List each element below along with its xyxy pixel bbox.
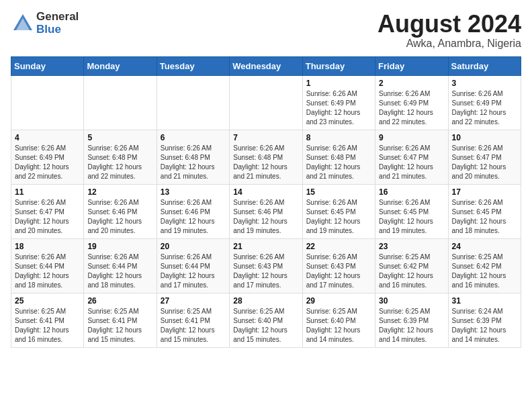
- calendar-title: August 2024: [378, 11, 521, 38]
- day-info: Sunrise: 6:25 AMSunset: 6:41 PMDaylight:…: [15, 307, 80, 345]
- day-number: 15: [306, 187, 371, 197]
- calendar-day-cell: 2Sunrise: 6:26 AMSunset: 6:49 PMDaylight…: [375, 75, 448, 130]
- calendar-day-cell: 6Sunrise: 6:26 AMSunset: 6:48 PMDaylight…: [157, 130, 229, 184]
- calendar-day-cell: 14Sunrise: 6:26 AMSunset: 6:46 PMDayligh…: [230, 184, 302, 238]
- day-info: Sunrise: 6:25 AMSunset: 6:39 PMDaylight:…: [379, 307, 444, 345]
- day-number: 4: [15, 133, 80, 142]
- day-info: Sunrise: 6:26 AMSunset: 6:48 PMDaylight:…: [87, 144, 152, 181]
- calendar-day-cell: 13Sunrise: 6:26 AMSunset: 6:46 PMDayligh…: [157, 184, 229, 238]
- day-info: Sunrise: 6:25 AMSunset: 6:41 PMDaylight:…: [87, 307, 152, 345]
- day-info: Sunrise: 6:26 AMSunset: 6:47 PMDaylight:…: [452, 144, 517, 181]
- day-number: 2: [379, 79, 444, 88]
- day-info: Sunrise: 6:26 AMSunset: 6:44 PMDaylight:…: [161, 253, 226, 290]
- day-number: 31: [452, 296, 517, 306]
- day-number: 25: [15, 296, 80, 306]
- calendar-day-cell: [230, 75, 302, 130]
- calendar-day-header: Wednesday: [230, 56, 302, 75]
- calendar-day-cell: 18Sunrise: 6:26 AMSunset: 6:44 PMDayligh…: [11, 238, 84, 293]
- calendar-day-cell: [157, 75, 229, 130]
- day-info: Sunrise: 6:26 AMSunset: 6:44 PMDaylight:…: [15, 253, 80, 290]
- calendar-day-header: Friday: [375, 56, 448, 75]
- calendar-day-cell: 12Sunrise: 6:26 AMSunset: 6:46 PMDayligh…: [84, 184, 157, 238]
- calendar-day-cell: 8Sunrise: 6:26 AMSunset: 6:48 PMDaylight…: [302, 130, 375, 184]
- day-number: 13: [161, 187, 226, 197]
- day-info: Sunrise: 6:25 AMSunset: 6:41 PMDaylight:…: [161, 307, 226, 345]
- day-number: 30: [379, 296, 444, 306]
- day-info: Sunrise: 6:26 AMSunset: 6:45 PMDaylight:…: [306, 198, 371, 236]
- calendar-day-cell: 10Sunrise: 6:26 AMSunset: 6:47 PMDayligh…: [448, 130, 521, 184]
- calendar-week-row: 18Sunrise: 6:26 AMSunset: 6:44 PMDayligh…: [11, 238, 521, 293]
- day-info: Sunrise: 6:25 AMSunset: 6:40 PMDaylight:…: [233, 307, 298, 345]
- day-number: 9: [379, 133, 444, 142]
- day-info: Sunrise: 6:26 AMSunset: 6:46 PMDaylight:…: [161, 198, 226, 236]
- day-info: Sunrise: 6:25 AMSunset: 6:42 PMDaylight:…: [379, 253, 444, 290]
- day-number: 6: [161, 133, 226, 142]
- day-info: Sunrise: 6:26 AMSunset: 6:45 PMDaylight:…: [452, 198, 517, 236]
- calendar-day-cell: 30Sunrise: 6:25 AMSunset: 6:39 PMDayligh…: [375, 293, 448, 347]
- day-info: Sunrise: 6:24 AMSunset: 6:39 PMDaylight:…: [452, 307, 517, 345]
- calendar-day-cell: 16Sunrise: 6:26 AMSunset: 6:45 PMDayligh…: [375, 184, 448, 238]
- calendar-day-cell: [11, 75, 84, 130]
- day-number: 18: [15, 242, 80, 251]
- day-number: 14: [233, 187, 298, 197]
- day-number: 7: [233, 133, 298, 142]
- day-number: 20: [161, 242, 226, 251]
- day-info: Sunrise: 6:26 AMSunset: 6:46 PMDaylight:…: [87, 198, 152, 236]
- day-info: Sunrise: 6:26 AMSunset: 6:49 PMDaylight:…: [306, 89, 371, 127]
- day-info: Sunrise: 6:25 AMSunset: 6:42 PMDaylight:…: [452, 253, 517, 290]
- day-number: 19: [87, 242, 152, 251]
- day-number: 3: [452, 79, 517, 88]
- title-block: August 2024 Awka, Anambra, Nigeria: [378, 11, 521, 50]
- day-info: Sunrise: 6:26 AMSunset: 6:49 PMDaylight:…: [15, 144, 80, 181]
- calendar-day-cell: 11Sunrise: 6:26 AMSunset: 6:47 PMDayligh…: [11, 184, 84, 238]
- day-number: 16: [379, 187, 444, 197]
- calendar-day-header: Saturday: [448, 56, 521, 75]
- calendar-day-cell: 4Sunrise: 6:26 AMSunset: 6:49 PMDaylight…: [11, 130, 84, 184]
- day-number: 26: [87, 296, 152, 306]
- calendar-day-cell: 7Sunrise: 6:26 AMSunset: 6:48 PMDaylight…: [230, 130, 302, 184]
- calendar-day-header: Thursday: [302, 56, 375, 75]
- day-info: Sunrise: 6:26 AMSunset: 6:47 PMDaylight:…: [379, 144, 444, 181]
- logo-icon: [11, 11, 35, 36]
- calendar-day-cell: 31Sunrise: 6:24 AMSunset: 6:39 PMDayligh…: [448, 293, 521, 347]
- day-info: Sunrise: 6:26 AMSunset: 6:48 PMDaylight:…: [161, 144, 226, 181]
- day-number: 17: [452, 187, 517, 197]
- day-number: 24: [452, 242, 517, 251]
- day-number: 23: [379, 242, 444, 251]
- day-info: Sunrise: 6:26 AMSunset: 6:49 PMDaylight:…: [379, 89, 444, 127]
- day-info: Sunrise: 6:26 AMSunset: 6:47 PMDaylight:…: [15, 198, 80, 236]
- calendar-day-header: Monday: [84, 56, 157, 75]
- day-info: Sunrise: 6:26 AMSunset: 6:49 PMDaylight:…: [452, 89, 517, 127]
- day-number: 21: [233, 242, 298, 251]
- calendar-day-cell: 26Sunrise: 6:25 AMSunset: 6:41 PMDayligh…: [84, 293, 157, 347]
- day-number: 10: [452, 133, 517, 142]
- day-number: 5: [87, 133, 152, 142]
- day-number: 28: [233, 296, 298, 306]
- logo-text: General Blue: [36, 11, 79, 36]
- calendar-day-cell: 15Sunrise: 6:26 AMSunset: 6:45 PMDayligh…: [302, 184, 375, 238]
- calendar-day-cell: 25Sunrise: 6:25 AMSunset: 6:41 PMDayligh…: [11, 293, 84, 347]
- calendar-day-cell: 9Sunrise: 6:26 AMSunset: 6:47 PMDaylight…: [375, 130, 448, 184]
- calendar-day-cell: 21Sunrise: 6:26 AMSunset: 6:43 PMDayligh…: [230, 238, 302, 293]
- calendar-day-cell: 5Sunrise: 6:26 AMSunset: 6:48 PMDaylight…: [84, 130, 157, 184]
- day-info: Sunrise: 6:26 AMSunset: 6:45 PMDaylight:…: [379, 198, 444, 236]
- logo-general: General: [36, 11, 79, 24]
- day-number: 11: [15, 187, 80, 197]
- calendar-week-row: 4Sunrise: 6:26 AMSunset: 6:49 PMDaylight…: [11, 130, 521, 184]
- day-number: 22: [306, 242, 371, 251]
- day-info: Sunrise: 6:25 AMSunset: 6:40 PMDaylight:…: [306, 307, 371, 345]
- calendar-day-cell: 19Sunrise: 6:26 AMSunset: 6:44 PMDayligh…: [84, 238, 157, 293]
- calendar-day-cell: 22Sunrise: 6:26 AMSunset: 6:43 PMDayligh…: [302, 238, 375, 293]
- calendar-header-row: SundayMondayTuesdayWednesdayThursdayFrid…: [11, 56, 521, 75]
- calendar-day-cell: 27Sunrise: 6:25 AMSunset: 6:41 PMDayligh…: [157, 293, 229, 347]
- day-info: Sunrise: 6:26 AMSunset: 6:44 PMDaylight:…: [87, 253, 152, 290]
- calendar-table: SundayMondayTuesdayWednesdayThursdayFrid…: [11, 56, 521, 348]
- calendar-day-cell: 23Sunrise: 6:25 AMSunset: 6:42 PMDayligh…: [375, 238, 448, 293]
- calendar-day-header: Tuesday: [157, 56, 229, 75]
- calendar-day-cell: 24Sunrise: 6:25 AMSunset: 6:42 PMDayligh…: [448, 238, 521, 293]
- day-number: 8: [306, 133, 371, 142]
- calendar-day-cell: 20Sunrise: 6:26 AMSunset: 6:44 PMDayligh…: [157, 238, 229, 293]
- calendar-subtitle: Awka, Anambra, Nigeria: [378, 38, 521, 50]
- calendar-day-cell: 17Sunrise: 6:26 AMSunset: 6:45 PMDayligh…: [448, 184, 521, 238]
- day-info: Sunrise: 6:26 AMSunset: 6:46 PMDaylight:…: [233, 198, 298, 236]
